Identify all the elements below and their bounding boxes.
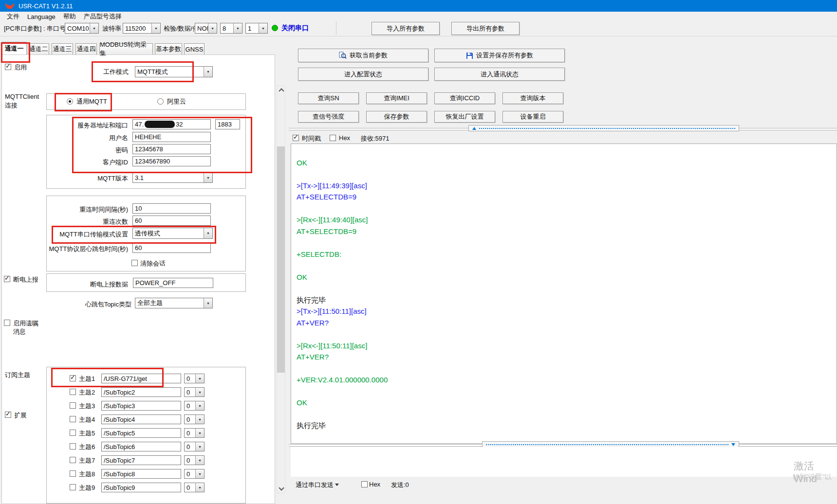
power-report-checkbox[interactable]	[4, 276, 10, 282]
topic-checkbox[interactable]	[70, 443, 76, 450]
topic-checkbox[interactable]	[70, 430, 76, 436]
menu-product-model[interactable]: 产品型号选择	[80, 12, 126, 21]
reconnect-times-input[interactable]: 60	[132, 216, 211, 226]
work-mode-select[interactable]: MQTT模式▼	[135, 66, 213, 77]
will-message-checkbox[interactable]	[4, 320, 10, 326]
topic-checkbox[interactable]	[70, 375, 76, 381]
server-port-input[interactable]: 1883	[215, 119, 240, 129]
timestamp-checkbox[interactable]	[293, 135, 299, 141]
topic-checkbox[interactable]	[70, 470, 76, 477]
send-input-area[interactable]	[291, 447, 837, 477]
mqtt-client-label-line2: 连接	[5, 101, 18, 110]
topic-qos-select[interactable]: 0▼	[184, 374, 205, 383]
mqtt-version-select[interactable]: 3.1▼	[132, 172, 213, 183]
query-iccid-button[interactable]: 查询ICCID	[434, 92, 495, 104]
save-params-button[interactable]: 保存参数	[366, 111, 427, 123]
chevron-down-icon: ▼	[151, 23, 160, 33]
aliyun-radio[interactable]	[157, 98, 164, 105]
extend-checkbox[interactable]	[5, 412, 11, 418]
menu-help[interactable]: 帮助	[59, 12, 80, 21]
topic-checkbox[interactable]	[70, 389, 76, 395]
topic-qos-select[interactable]: 0▼	[184, 469, 205, 479]
topic-label: 主题1	[79, 375, 95, 383]
tab-4[interactable]: 通道四	[75, 43, 97, 54]
menu-file[interactable]: 文件	[3, 12, 23, 21]
will-message-label-line1: 启用遗嘱	[13, 319, 38, 328]
factory-reset-button[interactable]: 恢复出厂设置	[434, 111, 495, 123]
log-output-area[interactable]: OK >[Tx->][11:49:39][asc]AT+SELECTDB=9 >…	[291, 144, 837, 444]
topic-label: 主题4	[79, 415, 95, 424]
get-params-button[interactable]: 获取当前参数	[298, 49, 428, 62]
topic-qos-select[interactable]: 0▼	[184, 387, 205, 397]
tab-7[interactable]: GNSS	[184, 43, 205, 54]
query-signal-button[interactable]: 查信号强度	[298, 111, 359, 123]
transfer-mode-select[interactable]: 透传模式▼	[132, 228, 213, 239]
topic-input[interactable]: /USR-G771/get	[101, 374, 181, 383]
tab-3[interactable]: 通道三	[52, 43, 73, 54]
topic-input[interactable]: /SubTopic4	[101, 414, 181, 424]
mqtt-client-label-line1: MQTTClient	[5, 93, 39, 100]
top-splitter-handle[interactable]	[468, 125, 739, 131]
import-params-button[interactable]: 导入所有参数	[372, 22, 440, 35]
scroll-down-icon[interactable]	[279, 485, 284, 490]
topic-input[interactable]: /SubTopic9	[101, 483, 181, 492]
topic-input[interactable]: /SubTopic7	[101, 455, 181, 465]
generic-mqtt-radio[interactable]	[67, 98, 73, 105]
topic-qos-select[interactable]: 0▼	[184, 455, 205, 465]
tab-1[interactable]: 通道一	[1, 42, 27, 54]
reconnect-interval-input[interactable]: 10	[132, 203, 211, 214]
query-sn-button[interactable]: 查询SN	[298, 92, 359, 104]
recv-hex-checkbox[interactable]	[330, 135, 336, 141]
export-params-button[interactable]: 导出所有参数	[451, 22, 520, 35]
clean-session-checkbox[interactable]	[131, 260, 138, 266]
power-report-data-input[interactable]: POWER_OFF	[133, 278, 213, 288]
client-id-input[interactable]: 1234567890	[132, 156, 211, 166]
topic-checkbox[interactable]	[70, 457, 76, 463]
send-dropdown-arrow-icon[interactable]	[335, 484, 339, 486]
recv-hex-label: Hex	[339, 134, 350, 142]
topic-checkbox[interactable]	[70, 416, 76, 422]
log-line: +SELECTDB:	[297, 250, 837, 262]
chevron-down-icon: ▼	[204, 228, 212, 238]
query-imei-button[interactable]: 查询IMEI	[366, 92, 427, 104]
topic-input[interactable]: /SubTopic3	[101, 401, 181, 411]
topic-input[interactable]: /SubTopic5	[101, 428, 181, 438]
menu-language[interactable]: Language	[23, 13, 59, 20]
tab-2[interactable]: 通道二	[28, 43, 49, 54]
scroll-up-icon[interactable]	[279, 88, 284, 93]
enable-checkbox[interactable]	[5, 64, 11, 70]
parity-select[interactable]: NONI▼	[195, 23, 217, 34]
topic-qos-select[interactable]: 0▼	[184, 401, 205, 411]
close-port-button[interactable]: 关闭串口	[281, 24, 309, 33]
topic-qos-select[interactable]: 0▼	[184, 428, 205, 438]
heartbeat-topic-select[interactable]: 全部主题▼	[135, 298, 213, 308]
enter-comm-button[interactable]: 进入通讯状态	[434, 68, 565, 81]
left-panel-scrollbar[interactable]	[277, 86, 285, 493]
tab-5[interactable]: MODBUS轮询采集	[99, 43, 153, 54]
chevron-down-icon: ▼	[204, 67, 212, 77]
topic-checkbox[interactable]	[70, 484, 76, 490]
username-input[interactable]: HEHEHE	[132, 132, 211, 142]
topic-qos-select[interactable]: 0▼	[184, 414, 205, 424]
password-input[interactable]: 12345678	[132, 144, 211, 154]
topic-input[interactable]: /SubTopic8	[101, 469, 181, 479]
baud-select[interactable]: 115200▼	[123, 23, 161, 34]
databits-select[interactable]: 8▼	[220, 23, 242, 34]
keepalive-input[interactable]: 60	[132, 243, 211, 253]
device-restart-button[interactable]: 设备重启	[502, 111, 563, 123]
com-port-select[interactable]: COM10▼	[65, 23, 99, 34]
stopbits-select[interactable]: 1▼	[245, 23, 268, 34]
scrollbar-thumb[interactable]	[277, 146, 285, 373]
server-host-input[interactable]: 47.32	[132, 119, 211, 129]
send-hex-checkbox[interactable]	[361, 481, 368, 487]
topic-checkbox[interactable]	[70, 402, 76, 409]
topic-qos-select[interactable]: 0▼	[184, 442, 205, 451]
query-version-button[interactable]: 查询版本	[502, 92, 563, 104]
tab-6[interactable]: 基本参数	[155, 43, 182, 54]
enter-config-button[interactable]: 进入配置状态	[298, 68, 428, 81]
send-via-serial-button[interactable]: 通过串口发送	[296, 481, 334, 489]
topic-input[interactable]: /SubTopic6	[101, 442, 181, 451]
set-save-params-button[interactable]: 设置并保存所有参数	[434, 49, 565, 62]
topic-qos-select[interactable]: 0▼	[184, 483, 205, 492]
topic-input[interactable]: /SubTopic2	[101, 387, 181, 397]
